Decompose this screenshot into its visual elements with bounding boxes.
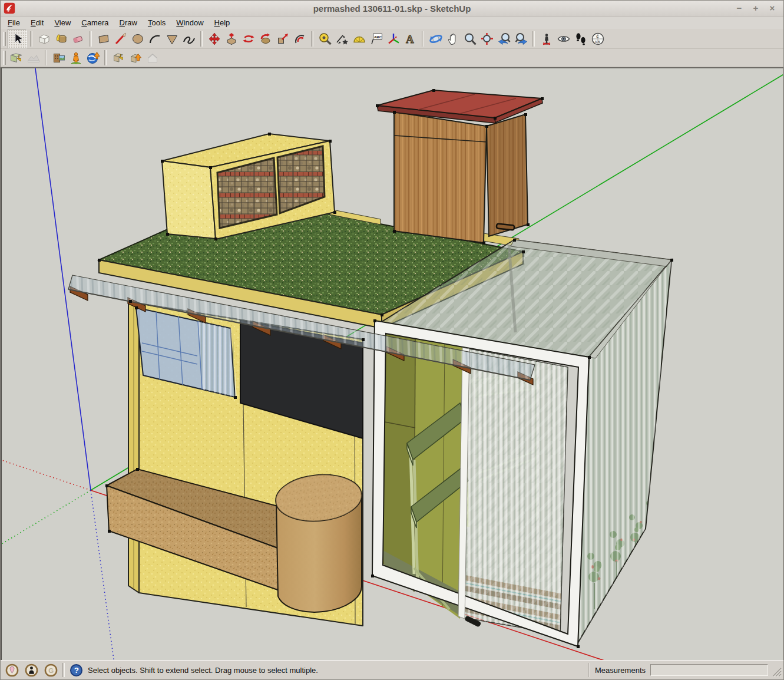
wooden-cabinet[interactable] [377, 90, 542, 247]
model-viewport[interactable] [1, 67, 783, 660]
toolbar-separator [311, 31, 313, 47]
toolbar-separator [90, 31, 92, 47]
scale-tool-icon[interactable] [274, 30, 291, 47]
google-toolbar [1, 49, 783, 67]
cabinet-handle[interactable] [497, 223, 515, 230]
window-corrugated-pane [198, 321, 237, 398]
sketchup-window: permashed 130611-01.skp - SketchUp −+× F… [0, 0, 784, 680]
minimize-button[interactable]: − [734, 3, 745, 14]
cabinet-right-face [487, 114, 528, 236]
statusbar-separator [62, 663, 65, 677]
polygon-tool-icon[interactable] [163, 30, 180, 47]
maximize-button[interactable]: + [750, 3, 761, 14]
greenhouse-door[interactable] [463, 349, 568, 634]
street-view-icon[interactable] [67, 49, 84, 67]
toolbar-separator [200, 31, 203, 47]
model-canvas[interactable] [2, 68, 783, 660]
svg-text:A-5: A-5 [594, 40, 600, 44]
sketchup-logo-icon [4, 2, 15, 14]
freehand-tool-icon[interactable] [180, 30, 197, 47]
cylinder-stool[interactable] [274, 471, 363, 612]
axes-tool-icon[interactable] [385, 30, 402, 47]
svg-text:G: G [48, 666, 54, 674]
menu-file[interactable]: File [3, 18, 25, 28]
titlebar[interactable]: permashed 130611-01.skp - SketchUp −+× [1, 1, 783, 16]
svg-text:ABC: ABC [374, 35, 382, 38]
rotate-tool-icon[interactable] [240, 30, 257, 47]
zoom-next-icon[interactable] [512, 30, 530, 47]
toolbar-separator [30, 31, 32, 47]
photo-textures-icon[interactable] [50, 49, 67, 67]
move-tool-icon[interactable] [206, 30, 223, 47]
walk-tool-icon[interactable] [572, 30, 589, 47]
make-component-icon[interactable] [35, 30, 52, 47]
share-model-icon[interactable] [127, 49, 144, 67]
menu-window[interactable]: Window [171, 18, 208, 28]
share-component-icon[interactable] [144, 49, 161, 67]
position-camera-icon[interactable] [538, 30, 555, 47]
context-help-icon[interactable]: ? [70, 664, 83, 677]
select-tool-icon[interactable] [8, 29, 27, 48]
menu-view[interactable]: View [49, 18, 75, 28]
svg-text:?: ? [74, 666, 79, 675]
menu-tools[interactable]: Tools [143, 18, 170, 28]
geolocation-status-icon[interactable] [5, 664, 19, 677]
svg-text:A: A [406, 33, 414, 45]
arc-tool-icon[interactable] [146, 30, 163, 47]
get-models-icon[interactable] [110, 49, 127, 67]
resize-grip[interactable] [773, 668, 782, 676]
tape-measure-icon[interactable] [316, 30, 333, 47]
menu-draw[interactable]: Draw [115, 18, 142, 28]
zoom-tool-icon[interactable] [461, 30, 478, 47]
toolbar-separator [45, 50, 47, 65]
planter-left-face [162, 161, 216, 239]
menu-edit[interactable]: Edit [26, 18, 48, 28]
toolbar-grip[interactable] [3, 51, 6, 65]
toolbar-separator [532, 31, 535, 47]
add-location-icon[interactable] [8, 49, 25, 67]
menu-camera[interactable]: Camera [77, 18, 113, 28]
toolbar-separator [422, 31, 424, 47]
zoom-extents-icon[interactable] [478, 30, 495, 47]
follow-me-tool-icon[interactable] [257, 30, 274, 47]
measurements-label: Measurements [595, 666, 646, 675]
window-title: permashed 130611-01.skp - SketchUp [1, 4, 783, 14]
toggle-terrain-icon[interactable] [25, 49, 42, 67]
statusbar: G ? Select objects. Shift to extend sele… [1, 660, 783, 679]
measurements-input[interactable] [650, 664, 768, 676]
circle-tool-icon[interactable] [129, 30, 146, 47]
orbit-tool-icon[interactable] [427, 30, 444, 47]
push-pull-tool-icon[interactable] [223, 30, 240, 47]
status-message: Select objects. Shift to extend select. … [88, 666, 583, 675]
paint-bucket-icon[interactable] [52, 30, 70, 47]
google-earth-icon[interactable] [84, 49, 101, 67]
dimension-tool-icon[interactable] [333, 30, 350, 47]
section-plane-icon[interactable]: CA-5 [589, 30, 606, 47]
pan-tool-icon[interactable] [444, 30, 461, 47]
toolbar-separator [104, 50, 107, 65]
menubar: FileEditViewCameraDrawToolsWindowHelp [1, 16, 783, 29]
protractor-icon[interactable] [350, 30, 368, 47]
eraser-icon[interactable] [70, 30, 87, 47]
main-toolbar: ABCACA-5 [1, 29, 783, 49]
toolbar-grip[interactable] [3, 32, 6, 46]
svg-text:C: C [596, 35, 599, 38]
threed-text-icon[interactable]: A [402, 30, 419, 47]
text-tool-icon[interactable]: ABC [368, 30, 385, 47]
signin-status-icon[interactable]: G [44, 664, 58, 677]
menu-help[interactable]: Help [210, 18, 235, 28]
line-tool-icon[interactable] [112, 30, 129, 47]
look-around-icon[interactable] [555, 30, 572, 47]
zoom-previous-icon[interactable] [495, 30, 512, 47]
cabinet-front-face [394, 112, 487, 243]
rectangle-tool-icon[interactable] [95, 30, 112, 47]
close-button[interactable]: × [767, 3, 778, 14]
credits-status-icon[interactable] [25, 664, 38, 677]
offset-tool-icon[interactable] [291, 30, 308, 47]
statusbar-separator-2 [588, 663, 590, 677]
